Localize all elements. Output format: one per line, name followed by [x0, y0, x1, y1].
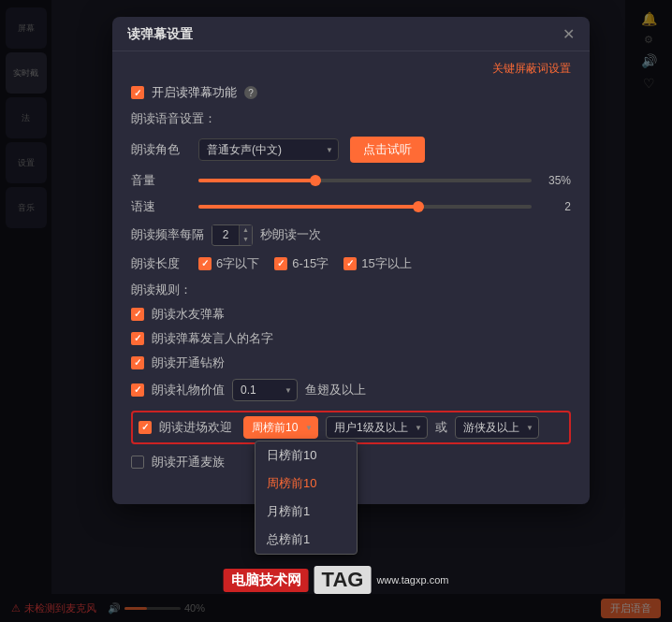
fanclub-label: 朗读开通麦族 — [152, 454, 225, 470]
speed-fill — [198, 205, 418, 209]
length-label-0: 6字以下 — [216, 255, 259, 272]
dropdown-popup: 日榜前10 周榜前10 月榜前1 总榜前1 — [255, 441, 358, 555]
volume-thumb[interactable] — [310, 175, 321, 186]
enable-row: 开启读弹幕功能 ? — [131, 84, 571, 101]
volume-track[interactable] — [198, 179, 532, 182]
or-text: 或 — [435, 419, 447, 436]
modal-body: 关键屏蔽词设置 开启读弹幕功能 ? 朗读语音设置： 朗读角色 普通女声(中文) … — [112, 51, 590, 489]
length-item-1: 6-15字 — [274, 255, 329, 272]
length-cb-2[interactable] — [343, 257, 357, 270]
rule-row-0: 朗读水友弹幕 — [131, 306, 571, 323]
welcome-dropdown3-wrapper: 游侠及以上 — [455, 416, 539, 439]
welcome-cb[interactable] — [139, 421, 152, 434]
gift-label: 朗读礼物价值 — [152, 382, 225, 398]
keyword-settings-link[interactable]: 关键屏蔽词设置 — [492, 61, 571, 77]
modal-header: 读弹幕设置 ✕ — [112, 17, 590, 51]
enable-label: 开启读弹幕功能 — [152, 84, 237, 101]
rule-row-1: 朗读弹幕发言人的名字 — [131, 330, 571, 347]
dropdown-item-0[interactable]: 日榜前10 — [256, 441, 357, 470]
gift-suffix: 鱼翅及以上 — [305, 382, 366, 398]
rule-label-0: 朗读水友弹幕 — [152, 306, 225, 323]
length-item-2: 15字以上 — [343, 255, 411, 272]
length-label-1: 6-15字 — [292, 255, 329, 272]
length-label-2: 15字以上 — [361, 255, 411, 272]
speed-row: 语速 2 — [131, 198, 571, 215]
voice-role-row: 朗读角色 普通女声(中文) 点击试听 — [131, 137, 571, 163]
volume-row: 音量 35% — [131, 172, 571, 189]
modal-dialog: 读弹幕设置 ✕ 关键屏蔽词设置 开启读弹幕功能 ? 朗读语音设置： 朗读角色 普… — [112, 17, 590, 504]
voice-settings-label: 朗读语音设置： — [131, 110, 571, 127]
speed-label: 语速 — [131, 198, 187, 215]
gift-row: 朗读礼物价值 0.1 鱼翅及以上 — [131, 379, 571, 401]
length-cb-1[interactable] — [274, 257, 287, 270]
rule-cb-1[interactable] — [131, 332, 144, 345]
length-cb-0[interactable] — [198, 257, 212, 270]
modal-close-button[interactable]: ✕ — [562, 27, 575, 42]
speed-value: 2 — [543, 200, 571, 213]
rule-label-2: 朗读开通钻粉 — [152, 354, 225, 371]
length-options: 6字以下 6-15字 15字以上 — [198, 255, 412, 272]
volume-value: 35% — [543, 174, 571, 187]
rule-row-2: 朗读开通钻粉 — [131, 354, 571, 371]
dropdown-item-1[interactable]: 周榜前10 — [256, 470, 357, 498]
voice-role-label: 朗读角色 — [131, 141, 187, 158]
help-icon[interactable]: ? — [244, 86, 257, 99]
freq-row: 朗读频率每隔 ▲ ▼ 秒朗读一次 — [131, 224, 571, 246]
freq-down-btn[interactable]: ▼ — [240, 235, 252, 244]
speed-track[interactable] — [198, 205, 532, 209]
freq-input-wrapper: ▲ ▼ — [212, 224, 253, 246]
length-label: 朗读长度 — [131, 255, 187, 272]
gift-value-wrapper: 0.1 — [232, 379, 298, 401]
welcome-dropdown2[interactable]: 用户1级及以上 — [326, 416, 428, 439]
rules-label: 朗读规则： — [131, 282, 571, 298]
length-row: 朗读长度 6字以下 6-15字 15字以上 — [131, 255, 571, 272]
rule-cb-0[interactable] — [131, 308, 144, 321]
gift-value-select[interactable]: 0.1 — [232, 379, 298, 401]
speed-thumb[interactable] — [413, 201, 424, 212]
voice-role-select[interactable]: 普通女声(中文) — [198, 138, 339, 161]
fanclub-cb[interactable] — [131, 456, 144, 469]
volume-slider-container — [198, 179, 532, 182]
speed-slider-container — [198, 205, 532, 209]
dropdown-item-3[interactable]: 总榜前1 — [256, 526, 357, 554]
welcome-row: 朗读进场欢迎 周榜前10 用户1级及以上 或 游侠及以上 日榜前10 周榜 — [131, 411, 571, 444]
rule-label-1: 朗读弹幕发言人的名字 — [152, 330, 273, 347]
length-item-0: 6字以下 — [198, 255, 259, 272]
rule-cb-2[interactable] — [131, 356, 144, 369]
enable-checkbox[interactable] — [131, 86, 144, 99]
freq-suffix: 秒朗读一次 — [260, 226, 321, 243]
modal-title: 读弹幕设置 — [127, 26, 193, 43]
top-link-row: 关键屏蔽词设置 — [131, 61, 571, 77]
voice-role-select-wrapper: 普通女声(中文) — [198, 138, 339, 161]
freq-spinners: ▲ ▼ — [239, 225, 252, 245]
welcome-dropdown2-wrapper: 用户1级及以上 — [326, 416, 428, 439]
welcome-label: 朗读进场欢迎 — [159, 419, 232, 436]
test-btn[interactable]: 点击试听 — [350, 137, 425, 163]
freq-label: 朗读频率每隔 — [131, 226, 204, 243]
welcome-dropdown1[interactable]: 周榜前10 — [243, 416, 318, 439]
welcome-dropdown3[interactable]: 游侠及以上 — [455, 416, 539, 439]
volume-fill — [198, 179, 315, 182]
dropdown-item-2[interactable]: 月榜前1 — [256, 498, 357, 526]
gift-cb[interactable] — [131, 383, 144, 397]
welcome-dropdown1-wrapper: 周榜前10 — [243, 416, 318, 439]
freq-input[interactable] — [212, 225, 239, 244]
freq-up-btn[interactable]: ▲ — [240, 225, 252, 235]
volume-label: 音量 — [131, 172, 187, 189]
